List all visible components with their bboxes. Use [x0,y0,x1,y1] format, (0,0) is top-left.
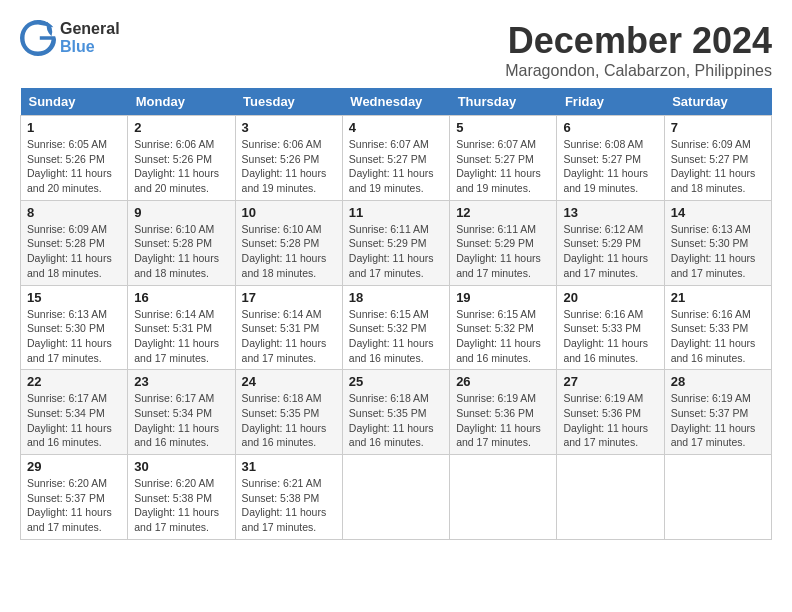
day-info: Sunrise: 6:18 AM Sunset: 5:35 PM Dayligh… [349,391,443,450]
calendar-cell: 22Sunrise: 6:17 AM Sunset: 5:34 PM Dayli… [21,370,128,455]
weekday-header-friday: Friday [557,88,664,116]
calendar-cell: 18Sunrise: 6:15 AM Sunset: 5:32 PM Dayli… [342,285,449,370]
day-number: 27 [563,374,657,389]
calendar-cell: 1Sunrise: 6:05 AM Sunset: 5:26 PM Daylig… [21,116,128,201]
calendar-cell: 11Sunrise: 6:11 AM Sunset: 5:29 PM Dayli… [342,200,449,285]
day-number: 11 [349,205,443,220]
location: Maragondon, Calabarzon, Philippines [505,62,772,80]
day-number: 10 [242,205,336,220]
day-number: 19 [456,290,550,305]
calendar-cell: 8Sunrise: 6:09 AM Sunset: 5:28 PM Daylig… [21,200,128,285]
day-info: Sunrise: 6:16 AM Sunset: 5:33 PM Dayligh… [671,307,765,366]
calendar-cell: 5Sunrise: 6:07 AM Sunset: 5:27 PM Daylig… [450,116,557,201]
weekday-header-sunday: Sunday [21,88,128,116]
weekday-header-tuesday: Tuesday [235,88,342,116]
day-info: Sunrise: 6:10 AM Sunset: 5:28 PM Dayligh… [242,222,336,281]
calendar-cell: 27Sunrise: 6:19 AM Sunset: 5:36 PM Dayli… [557,370,664,455]
calendar-cell: 23Sunrise: 6:17 AM Sunset: 5:34 PM Dayli… [128,370,235,455]
day-number: 6 [563,120,657,135]
weekday-header-wednesday: Wednesday [342,88,449,116]
day-info: Sunrise: 6:06 AM Sunset: 5:26 PM Dayligh… [134,137,228,196]
calendar-cell: 10Sunrise: 6:10 AM Sunset: 5:28 PM Dayli… [235,200,342,285]
calendar-cell [450,455,557,540]
weekday-header-saturday: Saturday [664,88,771,116]
day-info: Sunrise: 6:13 AM Sunset: 5:30 PM Dayligh… [27,307,121,366]
calendar-cell: 24Sunrise: 6:18 AM Sunset: 5:35 PM Dayli… [235,370,342,455]
day-info: Sunrise: 6:19 AM Sunset: 5:37 PM Dayligh… [671,391,765,450]
day-number: 16 [134,290,228,305]
day-info: Sunrise: 6:11 AM Sunset: 5:29 PM Dayligh… [349,222,443,281]
calendar-cell: 7Sunrise: 6:09 AM Sunset: 5:27 PM Daylig… [664,116,771,201]
day-number: 7 [671,120,765,135]
calendar-cell: 6Sunrise: 6:08 AM Sunset: 5:27 PM Daylig… [557,116,664,201]
day-number: 29 [27,459,121,474]
logo-general: General [60,20,120,38]
day-number: 30 [134,459,228,474]
day-number: 3 [242,120,336,135]
calendar-cell: 17Sunrise: 6:14 AM Sunset: 5:31 PM Dayli… [235,285,342,370]
day-number: 4 [349,120,443,135]
calendar-cell: 20Sunrise: 6:16 AM Sunset: 5:33 PM Dayli… [557,285,664,370]
logo-text: General Blue [60,20,120,55]
day-info: Sunrise: 6:07 AM Sunset: 5:27 PM Dayligh… [349,137,443,196]
day-info: Sunrise: 6:16 AM Sunset: 5:33 PM Dayligh… [563,307,657,366]
calendar-cell: 25Sunrise: 6:18 AM Sunset: 5:35 PM Dayli… [342,370,449,455]
calendar-cell: 12Sunrise: 6:11 AM Sunset: 5:29 PM Dayli… [450,200,557,285]
calendar-cell [557,455,664,540]
day-info: Sunrise: 6:09 AM Sunset: 5:28 PM Dayligh… [27,222,121,281]
day-number: 31 [242,459,336,474]
weekday-header-row: SundayMondayTuesdayWednesdayThursdayFrid… [21,88,772,116]
calendar-cell: 13Sunrise: 6:12 AM Sunset: 5:29 PM Dayli… [557,200,664,285]
day-info: Sunrise: 6:10 AM Sunset: 5:28 PM Dayligh… [134,222,228,281]
day-info: Sunrise: 6:18 AM Sunset: 5:35 PM Dayligh… [242,391,336,450]
day-number: 26 [456,374,550,389]
day-number: 28 [671,374,765,389]
day-info: Sunrise: 6:20 AM Sunset: 5:38 PM Dayligh… [134,476,228,535]
day-info: Sunrise: 6:13 AM Sunset: 5:30 PM Dayligh… [671,222,765,281]
page-header: General Blue December 2024 Maragondon, C… [20,20,772,80]
day-info: Sunrise: 6:14 AM Sunset: 5:31 PM Dayligh… [242,307,336,366]
weekday-header-monday: Monday [128,88,235,116]
day-info: Sunrise: 6:17 AM Sunset: 5:34 PM Dayligh… [27,391,121,450]
calendar-cell: 26Sunrise: 6:19 AM Sunset: 5:36 PM Dayli… [450,370,557,455]
calendar-cell [664,455,771,540]
day-info: Sunrise: 6:08 AM Sunset: 5:27 PM Dayligh… [563,137,657,196]
day-info: Sunrise: 6:09 AM Sunset: 5:27 PM Dayligh… [671,137,765,196]
weekday-header-thursday: Thursday [450,88,557,116]
day-info: Sunrise: 6:12 AM Sunset: 5:29 PM Dayligh… [563,222,657,281]
calendar-cell: 3Sunrise: 6:06 AM Sunset: 5:26 PM Daylig… [235,116,342,201]
calendar-cell: 16Sunrise: 6:14 AM Sunset: 5:31 PM Dayli… [128,285,235,370]
day-info: Sunrise: 6:14 AM Sunset: 5:31 PM Dayligh… [134,307,228,366]
day-info: Sunrise: 6:17 AM Sunset: 5:34 PM Dayligh… [134,391,228,450]
day-number: 13 [563,205,657,220]
day-number: 5 [456,120,550,135]
day-number: 22 [27,374,121,389]
calendar-cell [342,455,449,540]
title-section: December 2024 Maragondon, Calabarzon, Ph… [505,20,772,80]
day-number: 8 [27,205,121,220]
calendar-cell: 9Sunrise: 6:10 AM Sunset: 5:28 PM Daylig… [128,200,235,285]
day-number: 2 [134,120,228,135]
day-number: 25 [349,374,443,389]
logo-blue: Blue [60,38,120,56]
calendar-cell: 2Sunrise: 6:06 AM Sunset: 5:26 PM Daylig… [128,116,235,201]
logo: General Blue [20,20,120,56]
day-number: 12 [456,205,550,220]
month-title: December 2024 [505,20,772,62]
day-info: Sunrise: 6:11 AM Sunset: 5:29 PM Dayligh… [456,222,550,281]
day-number: 9 [134,205,228,220]
calendar-cell: 21Sunrise: 6:16 AM Sunset: 5:33 PM Dayli… [664,285,771,370]
day-info: Sunrise: 6:07 AM Sunset: 5:27 PM Dayligh… [456,137,550,196]
general-blue-icon [20,20,56,56]
calendar-cell: 15Sunrise: 6:13 AM Sunset: 5:30 PM Dayli… [21,285,128,370]
day-number: 15 [27,290,121,305]
day-info: Sunrise: 6:20 AM Sunset: 5:37 PM Dayligh… [27,476,121,535]
calendar-cell: 4Sunrise: 6:07 AM Sunset: 5:27 PM Daylig… [342,116,449,201]
day-number: 18 [349,290,443,305]
calendar-cell: 14Sunrise: 6:13 AM Sunset: 5:30 PM Dayli… [664,200,771,285]
day-number: 23 [134,374,228,389]
day-info: Sunrise: 6:15 AM Sunset: 5:32 PM Dayligh… [456,307,550,366]
day-number: 24 [242,374,336,389]
day-info: Sunrise: 6:15 AM Sunset: 5:32 PM Dayligh… [349,307,443,366]
day-number: 20 [563,290,657,305]
